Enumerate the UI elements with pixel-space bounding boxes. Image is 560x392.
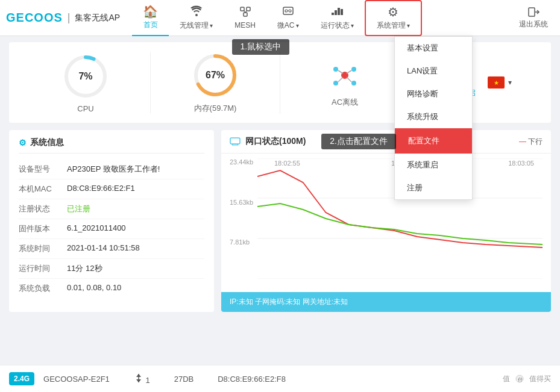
info-table: 设备型号 AP230EP 致敬医务工作者! 本机MAC D8:C8:E9:66:… bbox=[19, 160, 204, 298]
svg-rect-10 bbox=[338, 8, 340, 15]
nav-sys-manage[interactable]: ⚙ 系统管理 ▾ bbox=[365, 0, 422, 36]
svg-point-21 bbox=[333, 81, 338, 86]
bottom-info: GECOOSAP-E2F1 1 27DB D8:C8:E9:66:E2:F8 bbox=[43, 373, 503, 385]
dropdown-register[interactable]: 注册 bbox=[395, 176, 472, 199]
wifi-badge: 2.4G bbox=[9, 372, 34, 385]
net-footer: IP:未知 子网掩码:未知 网关地址:未知 bbox=[221, 292, 551, 312]
memory-stat: 67% 内存(59.7M) bbox=[151, 51, 280, 114]
svg-line-25 bbox=[338, 77, 343, 82]
cpu-label: CPU bbox=[77, 104, 93, 113]
nav-run-status-label: 运行状态 ▾ bbox=[321, 20, 354, 31]
ac-icon bbox=[327, 57, 363, 93]
info-row-mac: 本机MAC D8:C8:E9:66:E2:F1 bbox=[19, 179, 204, 199]
info-row-load: 系统负载 0.01, 0.08, 0.10 bbox=[19, 279, 204, 298]
svg-line-26 bbox=[347, 77, 351, 82]
annotation-step2: 2.点击配置文件 bbox=[321, 134, 396, 149]
nav-home-label: 首页 bbox=[143, 20, 158, 30]
logo-brand: GECOOS bbox=[6, 11, 63, 25]
nav-run-status[interactable]: 运行状态 ▾ bbox=[310, 0, 365, 36]
bottom-icon: 什 bbox=[515, 374, 524, 384]
dropdown-config-file[interactable]: 配置文件 bbox=[395, 128, 472, 154]
bottom-db: 27DB bbox=[174, 375, 194, 384]
svg-text:什: 什 bbox=[518, 377, 523, 382]
cpu-stat: 7% CPU bbox=[21, 52, 151, 113]
dropdown-network-diag[interactable]: 网络诊断 bbox=[395, 82, 472, 105]
nav-exit-label: 退出系统 bbox=[519, 19, 548, 30]
info-row-model: 设备型号 AP230EP 致敬医务工作者! bbox=[19, 160, 204, 179]
svg-line-24 bbox=[347, 70, 351, 73]
svg-point-7 bbox=[289, 10, 291, 12]
dropdown-menu: 基本设置 LAN设置 网络诊断 系统升级 配置文件 系统重启 注册 bbox=[394, 36, 473, 200]
cpu-value: 7% bbox=[78, 71, 92, 82]
svg-rect-5 bbox=[283, 7, 293, 14]
nav-home[interactable]: 🏠 首页 bbox=[132, 0, 169, 36]
china-flag: ★ bbox=[488, 76, 505, 89]
bottom-watermark: 值得买 bbox=[529, 374, 551, 384]
svg-rect-8 bbox=[332, 13, 334, 15]
nav-wireless-label: 无线管理 ▾ bbox=[180, 20, 213, 31]
nav-mesh-label: MESH bbox=[234, 21, 256, 30]
memory-circle: 67% bbox=[191, 51, 239, 99]
svg-rect-2 bbox=[244, 13, 247, 16]
bottom-mac: D8:C8:E9:66:E2:F8 bbox=[218, 375, 286, 384]
main-nav: 🏠 首页 无线管理 ▾ MESH 微AC ▾ bbox=[132, 0, 554, 36]
annotation-step1: 1.鼠标选中 bbox=[232, 39, 290, 55]
annotation-step1-container: 1.鼠标选中 bbox=[232, 39, 290, 55]
logo: GECOOS | 集客无线AP bbox=[6, 11, 120, 25]
svg-point-6 bbox=[285, 10, 288, 12]
header: GECOOS | 集客无线AP 🏠 首页 无线管理 ▾ MESH bbox=[0, 0, 560, 36]
nav-sys-manage-label: 系统管理 ▾ bbox=[377, 20, 410, 31]
ac-stat: AC离线 bbox=[280, 57, 410, 108]
main-content: 7% CPU 67% 内存(59.7M) bbox=[0, 36, 560, 318]
nav-mesh[interactable]: MESH bbox=[224, 0, 266, 36]
info-row-firmware: 固件版本 6.1_2021011400 bbox=[19, 219, 204, 239]
dropdown-sys-upgrade[interactable]: 系统升级 bbox=[395, 105, 472, 128]
svg-point-19 bbox=[333, 67, 338, 72]
micro-ac-icon bbox=[282, 5, 295, 19]
dropdown-sys-restart[interactable]: 系统重启 bbox=[395, 154, 472, 176]
nav-micro-ac[interactable]: 微AC ▾ bbox=[266, 0, 310, 36]
flag-dropdown[interactable]: ▾ bbox=[508, 78, 512, 87]
bottom-signal-icon: 1 bbox=[134, 373, 150, 385]
svg-rect-9 bbox=[335, 10, 337, 15]
wireless-icon bbox=[190, 5, 203, 19]
dropdown-lan-settings[interactable]: LAN设置 bbox=[395, 60, 472, 82]
flag-area: ★ ▾ bbox=[488, 76, 512, 89]
svg-rect-32 bbox=[230, 138, 240, 144]
net-panel-title: 网口状态(100M) bbox=[245, 136, 306, 147]
svg-rect-12 bbox=[529, 8, 535, 16]
chart-y-labels: 23.44kb 15.63kb 7.81kb bbox=[230, 158, 253, 279]
memory-label: 内存(59.7M) bbox=[194, 103, 237, 114]
sys-manage-icon: ⚙ bbox=[388, 5, 398, 19]
memory-value: 67% bbox=[206, 70, 225, 81]
mesh-icon bbox=[239, 6, 252, 20]
svg-point-20 bbox=[351, 67, 356, 72]
info-row-run-time: 运行时间 11分 12秒 bbox=[19, 259, 204, 279]
sys-info-panel: ⚙ 系统信息 设备型号 AP230EP 致敬医务工作者! 本机MAC D8:C8… bbox=[9, 130, 214, 312]
svg-rect-11 bbox=[341, 9, 343, 15]
exit-icon bbox=[527, 7, 540, 19]
home-icon: 🏠 bbox=[143, 4, 158, 19]
net-port-icon bbox=[230, 137, 241, 146]
nav-wireless[interactable]: 无线管理 ▾ bbox=[169, 0, 224, 36]
sys-info-title: ⚙ 系统信息 bbox=[19, 137, 204, 154]
bottom-ssid: GECOOSAP-E2F1 bbox=[43, 375, 110, 384]
nav-micro-ac-label: 微AC ▾ bbox=[277, 20, 299, 31]
run-status-icon bbox=[330, 5, 344, 19]
svg-rect-1 bbox=[247, 7, 250, 11]
cpu-circle: 7% bbox=[61, 52, 110, 101]
chart-area: 23.44kb 15.63kb 7.81kb bbox=[221, 154, 551, 292]
gear-icon: ⚙ bbox=[19, 138, 27, 148]
ac-label: AC离线 bbox=[332, 97, 358, 108]
info-row-reg-status: 注册状态 已注册 bbox=[19, 199, 204, 219]
annotation-step2-container: 2.点击配置文件 bbox=[321, 134, 396, 149]
logo-subtitle: 集客无线AP bbox=[75, 13, 120, 23]
net-panel: 网口状态(100M) — 下行 23.44kb 15.63kb 7.81kb bbox=[221, 130, 551, 312]
bottom-right: 值 什 值得买 bbox=[503, 374, 551, 384]
logo-divider: | bbox=[68, 11, 71, 24]
nav-exit[interactable]: 退出系统 bbox=[513, 0, 554, 36]
dropdown-basic-settings[interactable]: 基本设置 bbox=[395, 37, 472, 60]
svg-point-22 bbox=[351, 81, 356, 86]
net-direction: — 下行 bbox=[519, 137, 543, 147]
bottom-bar: 2.4G GECOOSAP-E2F1 1 27DB D8:C8:E9:66:E2… bbox=[0, 365, 560, 392]
